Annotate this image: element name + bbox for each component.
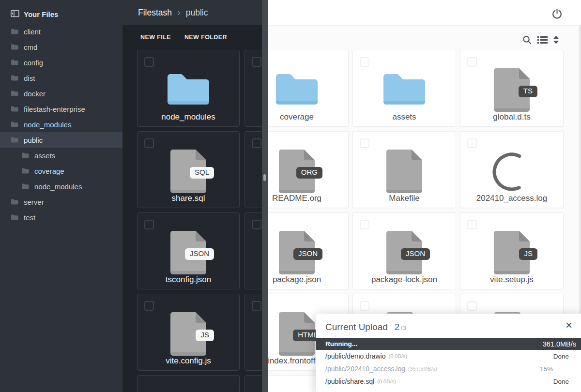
document-icon: JSON	[279, 231, 315, 274]
file-ext-badge: JSON	[293, 248, 322, 260]
file-tile-vite-config-js[interactable]: JS vite.config.js	[137, 294, 240, 371]
sidebar-item-public[interactable]: public	[0, 132, 122, 148]
list-view-icon[interactable]	[537, 36, 548, 46]
file-card-access-log-loading[interactable]: 202410_access.log	[460, 131, 564, 208]
document-icon: TS	[494, 68, 530, 112]
upload-file-path: /public/demo.drawio	[325, 352, 386, 360]
sidebar-item-public-coverage[interactable]: coverage	[0, 163, 122, 179]
checkbox[interactable]	[360, 57, 369, 67]
upload-status-bar: Running... 361.0MB/s	[316, 338, 581, 350]
chevron-right-icon: ›	[177, 7, 181, 18]
checkbox[interactable]	[252, 301, 261, 311]
sidebar-item-public-node_modules[interactable]: node_modules	[0, 179, 122, 194]
upload-title: Current Upload	[325, 322, 388, 332]
file-tile-tsconfig-json[interactable]: JSON tsconfig.json	[137, 212, 240, 289]
folder-icon	[11, 75, 19, 81]
checkbox[interactable]	[144, 301, 154, 311]
sidebar-item-node_modules[interactable]: node_modules	[0, 117, 122, 132]
sidebar-item-client[interactable]: client	[0, 24, 122, 39]
checkbox[interactable]	[252, 57, 261, 67]
sidebar-item-cmd[interactable]: cmd	[0, 39, 122, 55]
folder-icon	[11, 106, 19, 112]
checkbox[interactable]	[360, 220, 369, 229]
folder-tile-node_modules[interactable]: node_modules	[137, 50, 240, 127]
file-card-global-d-ts[interactable]: TS global.d.ts	[460, 50, 564, 127]
filestash-window: coverage assets TS global.d.ts ORG READM…	[0, 0, 581, 392]
file-name: vite.setup.js	[462, 275, 561, 285]
sidebar-item-filestash-enterprise[interactable]: filestash-enterprise	[0, 101, 122, 117]
file-tile-share-sql[interactable]: SQL share.sql	[137, 131, 240, 208]
sort-icon[interactable]	[553, 36, 559, 46]
folder-icon	[274, 71, 320, 107]
checkbox[interactable]	[467, 301, 477, 311]
current-upload-panel: Current Upload2/3 × Running... 361.0MB/s…	[316, 314, 581, 392]
sidebar-item-test[interactable]: test	[0, 210, 122, 225]
file-ext-badge: JS	[196, 330, 214, 341]
upload-row-demo-drawio: /public/demo.drawio (0.0B/s) Done	[316, 350, 581, 362]
file-card-vite-setup-js[interactable]: JS vite.setup.js	[460, 212, 564, 289]
checkbox[interactable]	[252, 220, 261, 229]
checkbox[interactable]	[360, 301, 369, 311]
document-icon: JSON	[386, 231, 422, 274]
checkbox[interactable]	[360, 138, 369, 148]
folder-card-assets[interactable]: assets	[352, 50, 456, 127]
folder-icon	[11, 198, 19, 205]
folder-icon	[11, 59, 19, 66]
upload-file-status: Done	[553, 378, 569, 385]
file-ext-badge: JSON	[401, 248, 430, 260]
file-tile-partial[interactable]	[137, 375, 240, 392]
new-file-button[interactable]: NEW FILE	[140, 34, 171, 41]
document-icon	[386, 150, 422, 193]
new-folder-button[interactable]: NEW FOLDER	[184, 34, 227, 41]
scrollbar-thumb[interactable]	[263, 174, 266, 181]
checkbox[interactable]	[467, 220, 477, 229]
sidebar-header: Your Files	[0, 0, 122, 24]
breadcrumb-root[interactable]: Filestash	[138, 8, 172, 18]
upload-file-path: /public/share.sql	[325, 377, 374, 385]
checkbox[interactable]	[252, 138, 261, 148]
folder-icon	[21, 152, 30, 159]
checkbox[interactable]	[144, 138, 154, 148]
upload-speed: 361.0MB/s	[543, 340, 576, 348]
loading-spinner-icon	[491, 151, 533, 195]
breadcrumb-current: public	[186, 8, 208, 18]
sidebar-item-public-assets[interactable]: assets	[0, 148, 122, 163]
document-icon: JS	[494, 231, 530, 274]
folder-icon	[11, 90, 19, 97]
file-card-package-lock-json[interactable]: JSON package-lock.json	[352, 212, 456, 289]
overlay-scrollbar[interactable]	[262, 0, 268, 392]
file-ext-badge: TS	[519, 86, 537, 97]
folder-icon	[11, 44, 19, 50]
upload-file-path: /public/202410_access.log	[325, 365, 405, 373]
document-icon: SQL	[170, 150, 206, 193]
checkbox[interactable]	[144, 220, 154, 229]
folder-icon	[21, 167, 30, 174]
folder-icon	[11, 136, 19, 143]
sidebar-title: Your Files	[24, 10, 58, 18]
folder-icon	[11, 214, 19, 221]
sidebar-item-server[interactable]: server	[0, 194, 122, 210]
checkbox[interactable]	[467, 57, 477, 67]
sidebar-item-config[interactable]: config	[0, 55, 122, 70]
action-bar: NEW FILE NEW FOLDER	[140, 25, 227, 49]
logout-power-icon[interactable]	[551, 8, 563, 22]
file-name: assets	[355, 112, 454, 122]
checkbox[interactable]	[467, 138, 477, 148]
file-ext-badge: ORG	[296, 167, 322, 179]
sidebar-item-dist[interactable]: dist	[0, 70, 122, 86]
close-icon[interactable]: ×	[566, 319, 572, 331]
sidebar-toggle-icon[interactable]	[11, 10, 19, 19]
file-name: global.d.ts	[462, 112, 561, 122]
file-name: vite.config.js	[139, 356, 237, 366]
dark-theme-panel: Filestash › public NEW FILE NEW FOLDER n…	[122, 0, 268, 392]
document-icon: JSON	[170, 231, 206, 274]
folder-icon	[21, 183, 30, 190]
file-ext-badge: SQL	[190, 167, 214, 179]
search-icon[interactable]	[522, 35, 532, 46]
sidebar-item-docker[interactable]: docker	[0, 86, 122, 101]
folder-icon	[381, 71, 428, 107]
file-card-makefile[interactable]: Makefile	[352, 131, 456, 208]
checkbox[interactable]	[144, 57, 154, 67]
file-name: 202410_access.log	[462, 194, 561, 203]
file-name: tsconfig.json	[139, 275, 237, 285]
